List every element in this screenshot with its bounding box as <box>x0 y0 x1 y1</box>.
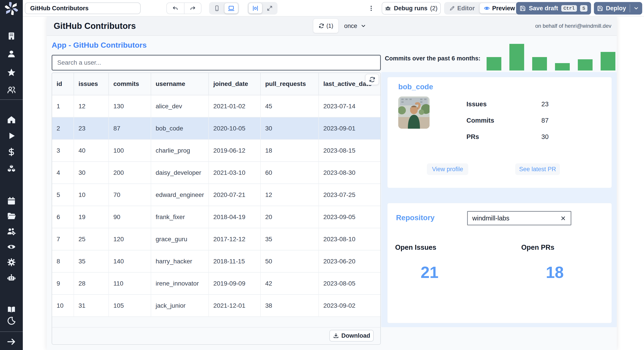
deploy-label: Deploy <box>606 5 626 12</box>
app-refresh-button[interactable]: (1) <box>313 19 338 33</box>
table-cell: 110 <box>109 273 151 295</box>
moon-icon[interactable] <box>6 315 17 326</box>
save-draft-button[interactable]: Save draft Ctrl S <box>516 2 591 15</box>
user-group-icon[interactable] <box>6 85 17 95</box>
table-header-cell[interactable]: id <box>52 73 74 95</box>
search-input[interactable] <box>52 55 381 71</box>
app-title-input[interactable] <box>25 3 141 14</box>
table-cell: 12 <box>74 95 109 118</box>
table-row[interactable]: 340100charlie_prog2019-06-12182023-08-15 <box>52 140 380 162</box>
table-row[interactable]: 51070edward_engineer2020-07-21122023-07-… <box>52 184 380 206</box>
repository-input[interactable] <box>472 215 560 222</box>
download-label: Download <box>342 332 370 339</box>
center-align-button[interactable] <box>249 3 262 14</box>
stat-row: Issues23 <box>466 96 592 112</box>
windmill-logo-icon[interactable] <box>5 2 18 15</box>
user-icon[interactable] <box>6 49 17 59</box>
table-header-cell[interactable]: issues <box>74 73 109 95</box>
table-cell: daisy_developer <box>151 162 209 184</box>
fullscreen-button[interactable] <box>263 3 276 14</box>
undo-redo-group <box>166 3 202 14</box>
deploy-button[interactable]: Deploy <box>594 2 642 15</box>
table-row[interactable]: 928110irene_innovator2019-09-09422023-08… <box>52 273 380 295</box>
robot-icon[interactable] <box>6 273 17 283</box>
building-icon[interactable] <box>6 31 17 41</box>
cubes-icon[interactable] <box>6 163 17 174</box>
table-cell: 28 <box>74 273 109 295</box>
table-cell: 3 <box>52 140 74 162</box>
table-cell: edward_engineer <box>151 184 209 206</box>
stat-label: Issues <box>466 101 541 108</box>
table-cell: 2023-09-01 <box>319 118 380 140</box>
preview-tab[interactable]: Preview <box>480 3 519 14</box>
table-cell: 2018-04-19 <box>209 206 261 228</box>
schedule-dropdown[interactable]: once <box>344 17 366 35</box>
folder-icon[interactable] <box>6 211 17 222</box>
home-icon[interactable] <box>6 114 17 125</box>
table-row[interactable]: 112130alice_dev2021-01-02452023-07-14 <box>52 95 380 118</box>
see-latest-pr-button[interactable]: See latest PR <box>515 163 560 175</box>
undo-button[interactable] <box>167 3 184 14</box>
on-behalf-text: on behalf of henri@windmill.dev <box>535 17 611 35</box>
chart-bar <box>555 63 570 71</box>
contributors-table: idissuescommitsusernamejoined_datepull_r… <box>52 73 381 345</box>
user-group-gear-icon[interactable] <box>6 226 17 237</box>
download-button[interactable]: Download <box>330 330 374 341</box>
mobile-icon <box>214 5 220 12</box>
table-header-cell[interactable]: commits <box>109 73 151 95</box>
table-cell: 2 <box>52 118 74 140</box>
table-cell: 40 <box>74 140 109 162</box>
mobile-view-button[interactable] <box>210 3 224 14</box>
star-icon[interactable] <box>6 67 17 78</box>
editor-tab[interactable]: Editor <box>445 3 479 14</box>
commits-bar-chart <box>486 44 616 71</box>
table-cell: 5 <box>52 184 74 206</box>
table-cell: 120 <box>109 228 151 250</box>
stat-value: 87 <box>541 117 548 124</box>
table-row[interactable]: 430200daisy_developer2021-03-10602023-08… <box>52 162 380 184</box>
refresh-count: (1) <box>326 23 334 29</box>
user-stats: Issues23Commits87PRs30 <box>466 96 592 145</box>
user-card-title: bob_code <box>398 83 433 91</box>
more-options-button[interactable] <box>367 3 376 14</box>
book-icon[interactable] <box>6 304 17 315</box>
play-icon[interactable] <box>6 130 17 141</box>
table-cell: 130 <box>109 95 151 118</box>
expand-sidebar-arrow-icon[interactable] <box>6 336 17 347</box>
table-filler-row <box>52 317 380 328</box>
calendar-icon[interactable] <box>6 196 17 206</box>
redo-button[interactable] <box>184 3 201 14</box>
deploy-split-divider <box>630 4 630 12</box>
stat-value: 23 <box>541 101 548 108</box>
table-header-cell[interactable]: pull_requests <box>261 73 319 95</box>
sidebar <box>0 0 23 350</box>
debug-runs-button[interactable]: Debug runs (2) <box>382 2 441 15</box>
repository-input-wrapper <box>467 211 571 225</box>
dollar-icon[interactable] <box>6 147 17 157</box>
table-row[interactable]: 1031105jack_junior2021-12-01382023-09-02 <box>52 295 380 317</box>
clear-input-button[interactable] <box>560 215 566 221</box>
table-row[interactable]: 725120grace_guru2017-12-12352023-08-10 <box>52 228 380 250</box>
preview-eye-icon <box>484 5 490 12</box>
table-cell: 9 <box>52 273 74 295</box>
table-cell: 20 <box>261 206 319 228</box>
table-cell: 2021-01-02 <box>209 95 261 118</box>
table-header-cell[interactable]: joined_date <box>209 73 261 95</box>
table-cell: 30 <box>261 118 319 140</box>
table-row[interactable]: 61990frank_fixer2018-04-19202023-09-05 <box>52 206 380 228</box>
gear-icon[interactable] <box>6 257 17 268</box>
view-profile-button[interactable]: View profile <box>427 163 468 175</box>
debug-runs-label: Debug runs <box>394 5 427 12</box>
layout-toggle-group <box>248 2 278 15</box>
app-header-band: GitHub Contributors (1) once on behalf o… <box>47 17 617 36</box>
table-cell: harry_hacker <box>151 250 209 273</box>
desktop-view-button[interactable] <box>224 3 238 14</box>
table-refresh-button[interactable] <box>365 74 379 85</box>
eye-icon[interactable] <box>6 241 17 252</box>
table-cell: 90 <box>109 206 151 228</box>
table-header-cell[interactable]: username <box>151 73 209 95</box>
table-cell: irene_innovator <box>151 273 209 295</box>
table-cell: 100 <box>109 140 151 162</box>
table-row[interactable]: 22387bob_code2020-10-05302023-09-01 <box>52 118 380 140</box>
table-row[interactable]: 835140harry_hacker2018-11-15502023-06-20 <box>52 250 380 273</box>
